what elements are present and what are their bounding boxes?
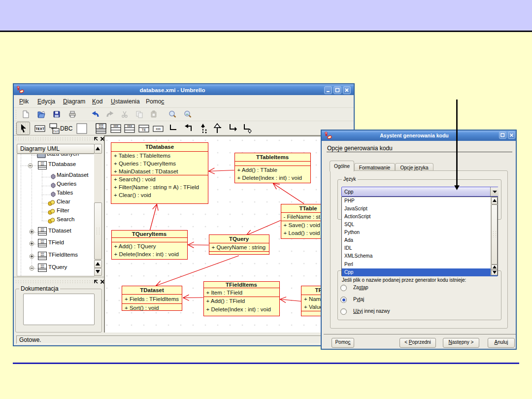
- svg-text:xxx: xxx: [113, 124, 119, 128]
- svg-text:xxx: xxx: [41, 241, 45, 244]
- svg-text:xxx: xxx: [41, 254, 45, 257]
- svg-text:xxx: xxx: [99, 126, 104, 129]
- svg-text:xxx: xxx: [41, 266, 45, 268]
- svg-text:TEXT: TEXT: [35, 127, 45, 131]
- svg-text:xxx: xxx: [127, 124, 133, 128]
- svg-text:xxx: xxx: [156, 127, 161, 131]
- svg-text:xxx: xxx: [41, 164, 45, 166]
- svg-text:TE: TE: [142, 128, 146, 132]
- svg-text:TXT: TXT: [53, 130, 59, 133]
- svg-text:xxx: xxx: [41, 230, 45, 232]
